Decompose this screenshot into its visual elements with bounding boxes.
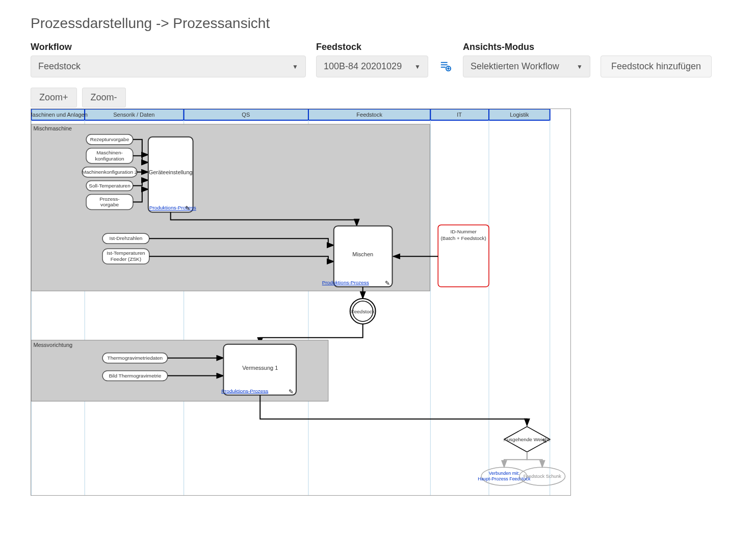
input-prozessvorgabe-label-2: vorgabe bbox=[100, 202, 119, 207]
add-feedstock-button[interactable]: Feedstock hinzufügen bbox=[601, 56, 712, 77]
svg-rect-1 bbox=[441, 64, 448, 65]
pool-messvorichtung-label: Messvorichtung bbox=[33, 342, 72, 348]
viewmode-value: Selektierten Workflow bbox=[471, 61, 559, 72]
lane-header-feedstock: Feedstock bbox=[356, 112, 382, 118]
end-ellipse-1-label2: Haupt-Prozess Feedstock bbox=[478, 476, 531, 481]
edit-icon[interactable]: ✎ bbox=[385, 280, 390, 287]
workflow-label: Workflow bbox=[31, 42, 306, 52]
zoom-out-button[interactable]: Zoom- bbox=[82, 88, 126, 107]
process-vermessung-1-link[interactable]: Produktions-Prozess bbox=[221, 388, 268, 394]
workflow-dropdown[interactable]: Feedstock ▼ bbox=[31, 56, 306, 77]
input-bild-thermogravimetrie-label: Bild Thermogravimetrie bbox=[109, 373, 161, 379]
input-ist-temperaturen-label-1: Ist-Temperaturen bbox=[107, 250, 145, 256]
diagram-canvas[interactable]: Maschinen und Anlagen Sensorik / Daten Q… bbox=[31, 109, 571, 496]
zoom-controls: Zoom+ Zoom- bbox=[31, 88, 725, 107]
lane-header-sensorik: Sensorik / Daten bbox=[113, 112, 154, 118]
list-add-icon[interactable] bbox=[438, 59, 453, 73]
lane-header-it: IT bbox=[457, 112, 462, 118]
edit-icon[interactable]: ✎ bbox=[185, 205, 190, 212]
caret-down-icon: ▼ bbox=[577, 63, 583, 70]
lane-header-machines: Maschinen und Anlagen bbox=[31, 112, 88, 118]
input-thermogravimetriedaten-label: Thermogravimetriedaten bbox=[108, 355, 163, 361]
idbox-line1: ID-Nummer bbox=[450, 229, 477, 234]
input-rezepturvorgabe-label: Rezepturvorgabe bbox=[90, 137, 129, 142]
end-ellipse-2-label: Feedstock Schunk bbox=[524, 474, 561, 479]
process-vermessung-1-label: Vermessung 1 bbox=[242, 365, 278, 371]
workflow-value: Feedstock bbox=[38, 61, 81, 72]
feedstock-circle-label: Feedstock bbox=[351, 309, 375, 314]
viewmode-dropdown[interactable]: Selektierten Workflow ▼ bbox=[463, 56, 590, 77]
pool-mischmaschine-label: Mischmaschine bbox=[33, 125, 72, 131]
input-ist-drehzahlen-label: Ist-Drehzahlen bbox=[109, 235, 142, 241]
lane-header-qs: QS bbox=[242, 112, 250, 118]
controls-row: Workflow Feedstock ▼ Feedstock 100B-84 2… bbox=[31, 42, 725, 77]
zoom-in-button[interactable]: Zoom+ bbox=[31, 88, 77, 107]
input-maschinenkonfiguration-label-2: konfiguration bbox=[95, 156, 124, 161]
input-maschinenkonfiguration-label-1: Maschinen- bbox=[96, 150, 123, 155]
feedstock-label: Feedstock bbox=[316, 42, 428, 52]
process-mischen-label: Mischen bbox=[352, 251, 373, 257]
input-prozessvorgabe-label-1: Prozess- bbox=[99, 196, 119, 202]
edit-icon[interactable]: ✎ bbox=[542, 438, 547, 445]
feedstock-value: 100B-84 20201029 bbox=[324, 61, 402, 72]
process-geraeteeinstellung-label: Geräteeinstellung bbox=[149, 169, 193, 175]
idbox-line2: (Batch + Feedstock) bbox=[440, 235, 486, 241]
process-mischen-link[interactable]: Produktions-Prozess bbox=[322, 280, 369, 285]
viewmode-label: Ansichts-Modus bbox=[463, 42, 590, 52]
lane-header-logistik: Logistik bbox=[510, 112, 529, 118]
feedstock-dropdown[interactable]: 100B-84 20201029 ▼ bbox=[316, 56, 428, 77]
input-soll-temperaturen-label: Soll-Temperaturen bbox=[89, 183, 130, 188]
svg-rect-0 bbox=[441, 62, 448, 63]
input-ist-temperaturen-label-2: Feeder (ZSK) bbox=[111, 256, 141, 262]
end-ellipse-1-label1: Verbunden mit: bbox=[489, 471, 519, 476]
input-machinenkonfiguration-2-label: Machinenkonfiguration 2 bbox=[82, 169, 138, 175]
caret-down-icon: ▼ bbox=[292, 63, 298, 70]
page-title: Prozessdarstellung -> Prozessansicht bbox=[31, 15, 725, 32]
caret-down-icon: ▼ bbox=[414, 63, 421, 70]
svg-rect-2 bbox=[441, 67, 446, 68]
edit-icon[interactable]: ✎ bbox=[289, 388, 294, 395]
